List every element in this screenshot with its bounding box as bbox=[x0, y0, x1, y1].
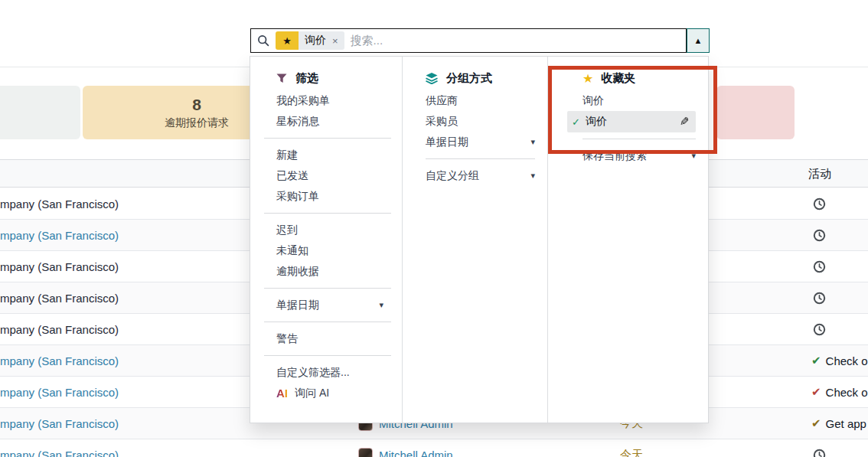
menu-divider bbox=[426, 158, 535, 159]
favorite-label: 询价 bbox=[586, 115, 680, 129]
favorite-item-rfq-selected[interactable]: ✓ 询价 ✎ bbox=[567, 111, 696, 132]
star-icon: ★ bbox=[276, 31, 299, 50]
filter-item-custom-filter[interactable]: 自定义筛选器... bbox=[276, 362, 383, 383]
search-input[interactable]: ★ 询价 × 搜索... bbox=[250, 28, 687, 53]
favorites-title: 收藏夹 bbox=[601, 71, 635, 86]
activity-label: Get app bbox=[826, 417, 866, 430]
chevron-up-icon: ▲ bbox=[694, 36, 703, 45]
group-item-vendor[interactable]: 供应商 bbox=[426, 90, 535, 111]
menu-divider bbox=[264, 288, 391, 289]
filter-item-new[interactable]: 新建 bbox=[276, 145, 383, 165]
search-bar: ★ 询价 × 搜索... ▲ bbox=[250, 28, 710, 53]
check-icon: ✓ bbox=[572, 116, 580, 128]
check-icon: ✔ bbox=[811, 354, 821, 367]
activity-clock-icon[interactable] bbox=[813, 314, 826, 344]
avatar bbox=[358, 448, 373, 457]
favorite-item-rfq[interactable]: 询价 bbox=[582, 90, 696, 111]
activity-cell[interactable]: ✔ Check o bbox=[811, 345, 868, 376]
group-item-buyer[interactable]: 采购员 bbox=[426, 111, 535, 132]
filter-item-not-notified[interactable]: 未通知 bbox=[276, 240, 383, 261]
layers-icon bbox=[426, 73, 439, 84]
favorites-header: ★ 收藏夹 bbox=[582, 66, 696, 90]
menu-divider bbox=[264, 138, 391, 139]
facet-label: 询价 bbox=[305, 34, 326, 47]
activity-cell[interactable]: ✔ Check o bbox=[811, 377, 868, 407]
buyer-name[interactable]: Mitchell Admin bbox=[379, 449, 453, 457]
filter-item-purchase-orders[interactable]: 采购订单 bbox=[276, 186, 383, 207]
menu-divider bbox=[264, 322, 391, 322]
facet-remove-icon[interactable]: × bbox=[332, 35, 338, 47]
company-cell[interactable]: mpany (San Francisco) bbox=[0, 220, 119, 250]
search-options-dropdown: 筛选 我的采购单 星标消息 新建 已发送 采购订单 迟到 未通知 逾期收据 单据… bbox=[250, 56, 709, 423]
menu-divider bbox=[264, 355, 391, 356]
activity-cell[interactable]: ✔ Get app bbox=[811, 408, 866, 439]
company-cell[interactable]: mpany (San Francisco) bbox=[0, 408, 119, 439]
order-date-cell: 今天 bbox=[620, 439, 643, 457]
ai-logo-icon: AI bbox=[276, 387, 288, 400]
search-placeholder: 搜索... bbox=[351, 34, 383, 48]
filter-item-sent[interactable]: 已发送 bbox=[276, 165, 383, 186]
company-cell[interactable]: mpany (San Francisco) bbox=[0, 345, 119, 376]
chevron-down-icon: ▾ bbox=[691, 151, 696, 161]
check-icon: ✔ bbox=[811, 416, 821, 430]
chevron-down-icon: ▾ bbox=[379, 300, 383, 310]
buyer-cell[interactable]: Mitchell Admin bbox=[358, 439, 453, 457]
check-icon: ✔ bbox=[811, 385, 821, 399]
search-options-toggle-button[interactable]: ▲ bbox=[687, 28, 710, 53]
chevron-down-icon: ▾ bbox=[530, 171, 535, 181]
chevron-down-icon: ▾ bbox=[530, 137, 535, 147]
group-by-header: 分组方式 bbox=[426, 66, 535, 90]
company-cell[interactable]: mpany (San Francisco) bbox=[0, 314, 119, 344]
filter-item-overdue-receipts[interactable]: 逾期收据 bbox=[276, 261, 383, 282]
activity-clock-icon[interactable] bbox=[813, 188, 826, 219]
filter-header: 筛选 bbox=[276, 66, 383, 90]
company-cell[interactable]: mpany (San Francisco) bbox=[0, 188, 119, 219]
kpi-tile-left[interactable] bbox=[0, 86, 80, 139]
menu-divider bbox=[264, 213, 391, 214]
search-facet-favorite[interactable]: ★ 询价 × bbox=[276, 31, 344, 50]
menu-divider bbox=[582, 139, 696, 139]
star-icon: ★ bbox=[582, 71, 593, 86]
company-cell[interactable]: mpany (San Francisco) bbox=[0, 377, 119, 407]
favorites-column: ★ 收藏夹 询价 ✓ 询价 ✎ 保存当前搜索 ▾ bbox=[548, 57, 708, 423]
column-header-activity[interactable]: 活动 bbox=[796, 160, 844, 188]
activity-label: Check o bbox=[826, 354, 868, 367]
overdue-label: 逾期报价请求 bbox=[165, 115, 229, 130]
group-item-order-date[interactable]: 单据日期 ▾ bbox=[426, 132, 535, 152]
activity-label: Check o bbox=[826, 386, 868, 399]
company-cell[interactable]: mpany (San Francisco) bbox=[0, 439, 119, 457]
edit-pencil-icon[interactable]: ✎ bbox=[680, 115, 690, 129]
group-by-title: 分组方式 bbox=[446, 71, 492, 86]
group-item-custom-group[interactable]: 自定义分组 ▾ bbox=[426, 165, 535, 186]
table-row[interactable]: mpany (San Francisco) Mitchell Admin 今天 bbox=[0, 439, 868, 457]
filter-item-starred[interactable]: 星标消息 bbox=[276, 111, 383, 132]
search-icon bbox=[257, 34, 269, 47]
filter-item-late[interactable]: 迟到 bbox=[276, 220, 383, 240]
filter-item-order-date[interactable]: 单据日期 ▾ bbox=[276, 295, 383, 315]
save-current-search[interactable]: 保存当前搜索 ▾ bbox=[582, 145, 696, 166]
company-cell[interactable]: mpany (San Francisco) bbox=[0, 282, 119, 313]
activity-clock-icon[interactable] bbox=[813, 220, 826, 250]
funnel-icon bbox=[276, 73, 288, 83]
filter-item-warnings[interactable]: 警告 bbox=[276, 328, 383, 349]
kpi-tile-right[interactable] bbox=[716, 86, 795, 139]
filter-title: 筛选 bbox=[295, 71, 318, 86]
activity-clock-icon[interactable] bbox=[813, 282, 826, 313]
filter-item-ask-ai[interactable]: AI 询问 AI bbox=[276, 383, 383, 403]
filter-item-my-purchases[interactable]: 我的采购单 bbox=[276, 90, 383, 111]
company-cell[interactable]: mpany (San Francisco) bbox=[0, 251, 119, 282]
filter-column: 筛选 我的采购单 星标消息 新建 已发送 采购订单 迟到 未通知 逾期收据 单据… bbox=[250, 57, 403, 423]
overdue-count: 8 bbox=[192, 95, 201, 115]
activity-clock-icon[interactable] bbox=[813, 251, 826, 282]
purchase-rfq-page: 8 逾期报价请求 活动 mpany (San Francisco) mpany … bbox=[0, 0, 868, 457]
activity-clock-icon[interactable] bbox=[813, 439, 826, 457]
group-by-column: 分组方式 供应商 采购员 单据日期 ▾ 自定义分组 ▾ bbox=[403, 57, 548, 423]
